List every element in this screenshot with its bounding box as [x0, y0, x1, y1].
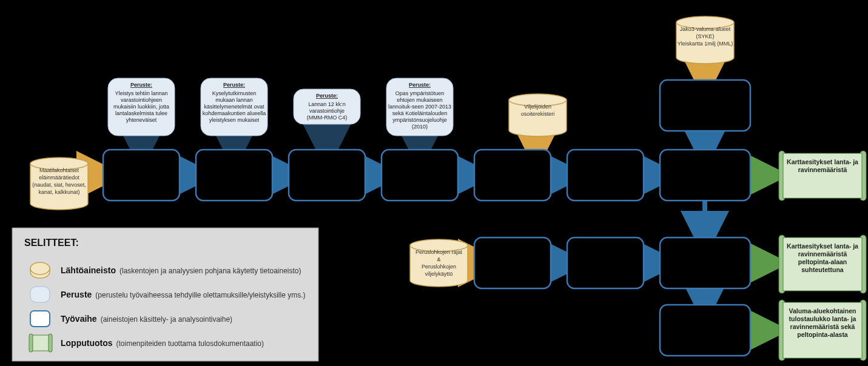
output-maps: Karttaesitykset lanta- jaravinnemääristä: [779, 151, 866, 201]
animal-data-source: Maatilakohtaiseteläinmäärätiedot(naudat,…: [30, 158, 88, 210]
farmer-address-register-source-label: Viljelijöiden: [524, 104, 551, 110]
rationale-storage: Peruste:Lannan 12 kk:nvarastointiohje(MM…: [294, 89, 360, 124]
animal-data-source-label: kanat, kalkkunat): [38, 189, 79, 195]
legend-title: SELITTEET:: [24, 238, 79, 248]
legend-item-label: Työvaihe: [61, 314, 97, 324]
svg-point-17: [30, 262, 50, 274]
output-table-label: Valuma-aluekohtainentulostaulukko lanta-…: [789, 307, 856, 338]
base-plot-source-label: viljelykäyttö: [425, 271, 453, 277]
phase-2: [196, 150, 272, 201]
output-maps-per-area: Karttaesitykset lanta- jaravinnemääristä…: [779, 235, 866, 293]
svg-rect-21: [29, 334, 33, 352]
base-plot-source-label: Peruslohkojen: [422, 264, 456, 270]
legend-item-desc: (aineistojen käsittely- ja analysointiva…: [101, 315, 232, 324]
legend-item-label: Peruste: [61, 290, 92, 299]
phase-8: [474, 238, 551, 288]
catchment-map-source-label: Jako3-valuma-alueet: [680, 26, 731, 32]
legend-item-desc: (laskentojen ja analyysien pohjana käyte…: [119, 267, 301, 275]
legend-item-label: Lähtöaineisto: [61, 265, 116, 275]
phase-3: [289, 150, 365, 201]
farmer-address-register-source-label: osoiterekisteri: [521, 111, 555, 117]
rationale-guides: Peruste:Opas ympäristötuenehtojen mukais…: [386, 78, 453, 136]
svg-rect-18: [30, 287, 50, 302]
rationale-survey-head: Peruste:: [223, 82, 245, 88]
animal-data-source-label: eläinmäärätiedot: [39, 175, 79, 181]
legend-item-desc: (toimenpiteiden tuottama tulosdokumentaa…: [116, 339, 264, 348]
rationale-survey: Peruste:Kyselytutkimustenmukaan lannankä…: [201, 78, 267, 136]
phase-6: [567, 150, 644, 201]
phase-7: [660, 150, 750, 201]
svg-rect-19: [30, 311, 50, 327]
catchment-map-source-label: (SYKE): [696, 33, 714, 39]
rationale-guides-head: Peruste:: [409, 82, 431, 88]
rationale-generalisation: Peruste:Yleistys tehtiin lannanvarastoin…: [108, 78, 175, 136]
output-table: Valuma-aluekohtainentulostaulukko lanta-…: [779, 300, 866, 361]
catchment-map-source: Jako3-valuma-alueet(SYKE)Yleiskartta 1mi…: [676, 16, 734, 64]
farmer-address-register-source: Viljelijöidenosoiterekisteri: [509, 94, 567, 136]
animal-data-source-label: (naudat, siat, hevoset,: [32, 182, 86, 188]
svg-rect-20: [32, 335, 50, 351]
catchment-map-source-label: Yleiskartta 1milj (MML): [678, 41, 733, 47]
phase-11: [660, 305, 750, 356]
rationale-generalisation-head: Peruste:: [130, 82, 152, 88]
phase-10: [660, 238, 750, 288]
rationale-storage-body: Lannan 12 kk:nvarastointiohje(MMM-RMO C4…: [307, 101, 348, 121]
phase-9: [567, 238, 644, 288]
base-plot-source: Peruslohkojen rajat&Peruslohkojenviljely…: [410, 239, 468, 287]
phase-upper: [660, 80, 750, 131]
base-plot-source-label: Peruslohkojen rajat: [415, 249, 463, 255]
phase-5: [474, 150, 551, 201]
animal-data-source-label: Maatilakohtaiset: [39, 167, 79, 173]
phase-4: [382, 150, 458, 201]
base-plot-source-label: &: [437, 256, 440, 262]
rationale-storage-head: Peruste:: [316, 93, 338, 99]
legend-item-desc: (perustelu työvaiheessa tehdyille oletta…: [95, 291, 305, 299]
svg-rect-22: [49, 334, 52, 352]
legend-item-label: Lopputuotos: [61, 338, 113, 348]
phase-1: [103, 150, 180, 201]
